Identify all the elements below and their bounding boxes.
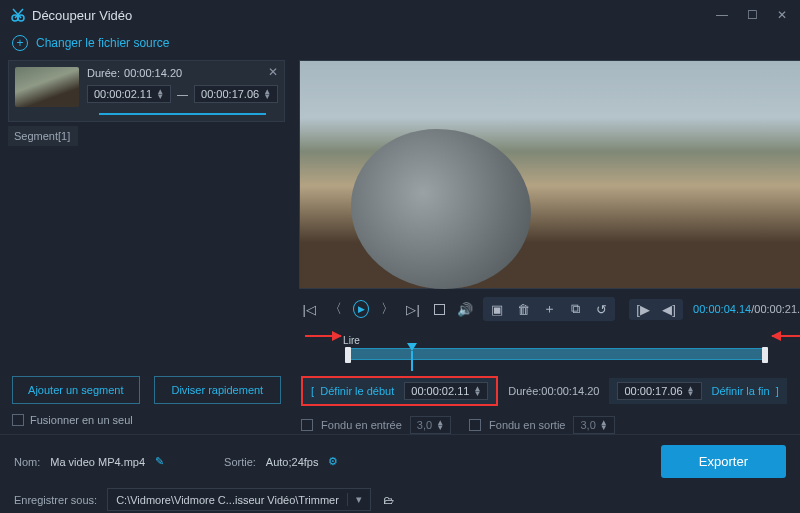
maximize-icon[interactable]: ☐	[744, 8, 760, 22]
trim-start-input[interactable]: 00:00:02.11 ▲▼	[404, 382, 488, 400]
trim-start-value: 00:00:02.11	[411, 385, 469, 397]
range-dash: —	[177, 88, 188, 100]
video-preview[interactable]	[299, 60, 800, 289]
playback-controls: |◁ 〈 ▶ 〉 ▷| 🔊 ▣ 🗑 ＋ ⧉ ↺ [▶ ◀] 00:00:04.1…	[299, 289, 800, 329]
fade-out-input[interactable]: 3,0 ▲▼	[573, 416, 614, 434]
checkbox-icon[interactable]	[12, 414, 24, 426]
stop-icon[interactable]	[431, 304, 447, 315]
output-settings-icon[interactable]: ⚙	[328, 455, 338, 468]
merge-label: Fusionner en un seul	[30, 414, 133, 426]
open-folder-icon[interactable]: 🗁	[381, 494, 397, 506]
set-end-box[interactable]: 00:00:17.06 ▲▼ Définir la fin ]	[609, 378, 786, 404]
red-arrow-left-icon	[305, 335, 341, 337]
segment-duration-label: Durée:	[87, 67, 120, 79]
save-path-input[interactable]: C:\Vidmore\Vidmore C...isseur Vidéo\Trim…	[107, 488, 371, 511]
step-back-icon[interactable]: 〈	[327, 300, 343, 318]
undo-icon[interactable]: ↺	[593, 300, 609, 318]
segment-item[interactable]: Durée:00:00:14.20 00:00:02.11 ▲▼ — 00:00…	[8, 60, 285, 122]
segment-end-value: 00:00:17.06	[201, 88, 259, 100]
segment-list-pane: Durée:00:00:14.20 00:00:02.11 ▲▼ — 00:00…	[0, 56, 293, 434]
app-title: Découpeur Vidéo	[32, 8, 132, 23]
fade-out-box[interactable]: Fondu en sortie 3,0 ▲▼	[469, 416, 615, 434]
edit-name-icon[interactable]: ✎	[155, 455, 164, 468]
stepper-icon[interactable]: ▲▼	[687, 386, 695, 396]
minimize-icon[interactable]: —	[714, 8, 730, 22]
playback-time: 00:00:04.14/00:00:21.06	[693, 303, 800, 315]
volume-icon[interactable]: 🔊	[457, 302, 473, 317]
set-start-label: Définir le début	[320, 385, 394, 397]
change-source-button[interactable]: + Changer le fichier source	[0, 30, 800, 56]
stepper-icon[interactable]: ▲▼	[473, 386, 481, 396]
prev-start-icon[interactable]: |◁	[301, 302, 317, 317]
preview-pane: |◁ 〈 ▶ 〉 ▷| 🔊 ▣ 🗑 ＋ ⧉ ↺ [▶ ◀] 00:00:04.1…	[293, 56, 800, 434]
split-fast-button[interactable]: Diviser rapidement	[154, 376, 282, 404]
trim-duration: Durée:00:00:14.20	[508, 385, 599, 397]
output-value: Auto;24fps	[266, 456, 319, 468]
trim-end-input[interactable]: 00:00:17.06 ▲▼	[617, 382, 701, 400]
chevron-down-icon[interactable]: ▾	[347, 493, 362, 506]
copy-icon[interactable]: ⧉	[567, 300, 583, 318]
segment-label: Segment[1]	[8, 126, 78, 146]
segment-duration-value: 00:00:14.20	[124, 67, 182, 79]
stepper-icon[interactable]: ▲▼	[600, 420, 608, 430]
checkbox-icon[interactable]	[301, 419, 313, 431]
titlebar: Découpeur Vidéo — ☐ ✕	[0, 0, 800, 30]
segment-start-input[interactable]: 00:00:02.11 ▲▼	[87, 85, 171, 103]
output-label: Sortie:	[224, 456, 256, 468]
export-button[interactable]: Exporter	[661, 445, 786, 478]
segment-range-bar	[99, 113, 266, 115]
name-value: Ma video MP4.mp4	[50, 456, 145, 468]
fade-in-box[interactable]: Fondu en entrée 3,0 ▲▼	[301, 416, 451, 434]
current-time: 00:00:04.14	[693, 303, 751, 315]
step-fwd-icon[interactable]: 〉	[379, 300, 395, 318]
play-button[interactable]: ▶	[353, 300, 369, 318]
segment-start-value: 00:00:02.11	[94, 88, 152, 100]
save-path-value: C:\Vidmore\Vidmore C...isseur Vidéo\Trim…	[116, 494, 339, 506]
add-icon[interactable]: ＋	[541, 300, 557, 318]
save-label: Enregistrer sous:	[14, 494, 97, 506]
fade-in-input[interactable]: 3,0 ▲▼	[410, 416, 451, 434]
total-time: 00:00:21.06	[754, 303, 800, 315]
trim-end-value: 00:00:17.06	[624, 385, 682, 397]
fade-row: Fondu en entrée 3,0 ▲▼ Fondu en sortie 3…	[299, 410, 800, 434]
playhead-icon[interactable]	[407, 343, 417, 351]
checkbox-icon[interactable]	[469, 419, 481, 431]
snapshot-icon[interactable]: ▣	[489, 300, 505, 318]
segment-remove-icon[interactable]: ✕	[268, 65, 278, 79]
fade-out-label: Fondu en sortie	[489, 419, 565, 431]
segment-thumbnail	[15, 67, 79, 107]
set-end-label: Définir la fin	[712, 385, 770, 397]
mark-out-icon[interactable]: ◀]	[661, 302, 677, 317]
trim-values-row: [ Définir le début 00:00:02.11 ▲▼ Durée:…	[299, 372, 800, 410]
red-arrow-right-icon	[772, 335, 800, 337]
trim-start-handle[interactable]	[345, 347, 351, 363]
plus-circle-icon: +	[12, 35, 28, 51]
change-source-label: Changer le fichier source	[36, 36, 169, 50]
app-logo-icon	[10, 7, 26, 23]
delete-icon[interactable]: 🗑	[515, 300, 531, 318]
fade-out-value: 3,0	[580, 419, 595, 431]
close-icon[interactable]: ✕	[774, 8, 790, 22]
timeline[interactable]: Lire	[299, 329, 800, 372]
next-end-icon[interactable]: ▷|	[405, 302, 421, 317]
stepper-icon[interactable]: ▲▼	[436, 420, 444, 430]
timeline-track[interactable]	[347, 348, 766, 360]
trim-end-handle[interactable]	[762, 347, 768, 363]
segment-end-input[interactable]: 00:00:17.06 ▲▼	[194, 85, 278, 103]
footer: Nom: Ma video MP4.mp4 ✎ Sortie: Auto;24f…	[0, 434, 800, 513]
stepper-icon[interactable]: ▲▼	[263, 89, 271, 99]
stepper-icon[interactable]: ▲▼	[156, 89, 164, 99]
name-label: Nom:	[14, 456, 40, 468]
fade-in-value: 3,0	[417, 419, 432, 431]
add-segment-button[interactable]: Ajouter un segment	[12, 376, 140, 404]
set-start-box[interactable]: [ Définir le début 00:00:02.11 ▲▼	[301, 376, 498, 406]
fade-in-label: Fondu en entrée	[321, 419, 402, 431]
merge-checkbox-row[interactable]: Fusionner en un seul	[8, 414, 285, 426]
mark-in-icon[interactable]: [▶	[635, 302, 651, 317]
